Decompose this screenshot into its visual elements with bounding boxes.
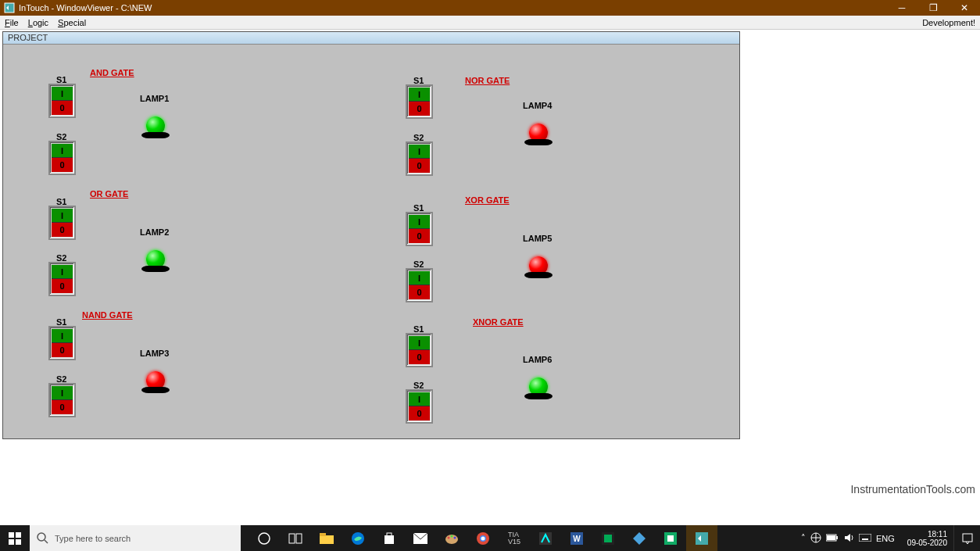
network-icon[interactable] <box>810 532 821 545</box>
xor-s2-on: I <box>409 271 430 285</box>
or-lamp <box>140 241 171 272</box>
file-explorer-icon[interactable] <box>311 525 342 551</box>
and-s1-off: 0 <box>52 101 73 115</box>
xnor-s2-off: 0 <box>409 406 430 420</box>
volume-icon[interactable] <box>843 532 854 545</box>
chrome-icon[interactable] <box>467 525 499 551</box>
app-icon-2[interactable] <box>592 525 624 551</box>
taskbar: Type here to search TIAV15 W ˄ ENG 18:11… <box>0 525 980 551</box>
word-icon[interactable]: W <box>561 525 592 551</box>
svg-rect-33 <box>836 536 838 539</box>
or-s1-off: 0 <box>52 223 73 237</box>
svg-point-22 <box>481 536 485 540</box>
and-lamp-label: LAMP1 <box>140 94 169 103</box>
nor-s2-off: 0 <box>409 159 430 173</box>
development-link[interactable]: Development! <box>917 16 980 29</box>
xor-s2-off: 0 <box>409 285 430 299</box>
menu-special[interactable]: Special <box>53 16 91 29</box>
notifications-button[interactable] <box>953 525 980 551</box>
menubar: File Logic Special Development! <box>0 16 980 30</box>
nand-s1-on: I <box>52 329 73 343</box>
svg-rect-11 <box>320 533 326 536</box>
system-tray[interactable]: ˄ ENG <box>795 532 901 545</box>
cortana-icon[interactable] <box>249 525 280 551</box>
edge-icon[interactable] <box>342 525 374 551</box>
xor-s1-switch[interactable]: I0 <box>406 212 433 246</box>
and-s1-switch[interactable]: I0 <box>48 84 76 118</box>
menu-logic[interactable]: Logic <box>23 16 53 29</box>
app-icon-4[interactable] <box>655 525 686 551</box>
nor-s1-switch[interactable]: I0 <box>406 84 433 119</box>
xnor-s2-on: I <box>409 392 430 406</box>
xor-s1-on: I <box>409 215 430 229</box>
project-window-title: PROJECT <box>3 32 739 45</box>
nor-lamp <box>523 114 554 145</box>
xnor-lamp <box>523 368 554 399</box>
language-indicator[interactable]: ENG <box>876 534 895 543</box>
nor-s2-switch[interactable]: I0 <box>406 141 433 176</box>
tia-icon[interactable]: TIAV15 <box>499 525 530 551</box>
or-s2-off: 0 <box>52 279 73 293</box>
and-s2-on: I <box>52 144 73 158</box>
svg-point-17 <box>448 536 450 538</box>
menu-file[interactable]: File <box>0 16 23 29</box>
svg-rect-10 <box>320 535 334 544</box>
svg-point-18 <box>451 535 453 537</box>
svg-point-5 <box>38 533 45 541</box>
search-box[interactable]: Type here to search <box>30 525 241 551</box>
svg-rect-2 <box>16 532 21 538</box>
clock-date: 09-05-2020 <box>907 538 947 547</box>
clock[interactable]: 18:11 09-05-2020 <box>901 530 953 547</box>
store-icon[interactable] <box>374 525 405 551</box>
or-s1-switch[interactable]: I0 <box>48 206 76 240</box>
svg-rect-0 <box>5 3 14 13</box>
svg-rect-29 <box>667 535 674 542</box>
svg-rect-35 <box>859 534 871 542</box>
nor-s2-on: I <box>409 145 430 159</box>
nand-lamp <box>140 362 171 393</box>
project-window: PROJECT AND GATES1I0S2I0LAMP1OR GATES1I0… <box>2 31 740 439</box>
tray-chevron-icon[interactable]: ˄ <box>801 533 806 543</box>
svg-rect-9 <box>296 534 302 543</box>
svg-rect-27 <box>604 535 612 542</box>
svg-rect-13 <box>384 535 394 544</box>
svg-rect-34 <box>827 535 835 540</box>
nand-s2-switch[interactable]: I0 <box>48 383 76 417</box>
task-view-icon[interactable] <box>280 525 311 551</box>
mail-icon[interactable] <box>405 525 436 551</box>
xnor-s1-switch[interactable]: I0 <box>406 333 433 367</box>
close-button[interactable]: ✕ <box>949 0 980 16</box>
intouch-taskbar-icon[interactable] <box>686 525 717 551</box>
maximize-button[interactable]: ❐ <box>917 0 949 16</box>
paint-icon[interactable] <box>436 525 467 551</box>
xnor-s2-switch[interactable]: I0 <box>406 389 433 424</box>
app-icon <box>3 2 16 14</box>
svg-text:W: W <box>573 535 581 543</box>
nand-s1-off: 0 <box>52 343 73 357</box>
minimize-button[interactable]: ─ <box>886 0 917 16</box>
svg-rect-8 <box>289 534 295 543</box>
and-s2-switch[interactable]: I0 <box>48 141 76 175</box>
start-button[interactable] <box>0 525 30 551</box>
nor-lamp-label: LAMP4 <box>523 101 552 110</box>
xor-s2-switch[interactable]: I0 <box>406 268 433 302</box>
xnor-s1-off: 0 <box>409 350 430 364</box>
svg-point-7 <box>259 533 270 544</box>
xor-s1-off: 0 <box>409 229 430 243</box>
svg-rect-30 <box>696 532 708 545</box>
xor-gate-label: XOR GATE <box>465 195 510 205</box>
nor-gate-label: NOR GATE <box>465 76 510 85</box>
search-icon <box>36 531 48 546</box>
app-icon-3[interactable] <box>624 525 655 551</box>
svg-point-19 <box>454 536 456 538</box>
svg-rect-1 <box>9 532 14 538</box>
nand-s1-switch[interactable]: I0 <box>48 326 76 360</box>
or-s2-switch[interactable]: I0 <box>48 262 76 296</box>
battery-icon[interactable] <box>826 534 839 543</box>
keyboard-icon[interactable] <box>859 534 871 543</box>
svg-line-6 <box>45 540 48 543</box>
search-placeholder: Type here to search <box>55 534 131 543</box>
canvas: PROJECT AND GATES1I0S2I0LAMP1OR GATES1I0… <box>0 30 980 525</box>
watermark: InstrumentationTools.com <box>850 483 975 496</box>
app-icon-1[interactable] <box>530 525 561 551</box>
